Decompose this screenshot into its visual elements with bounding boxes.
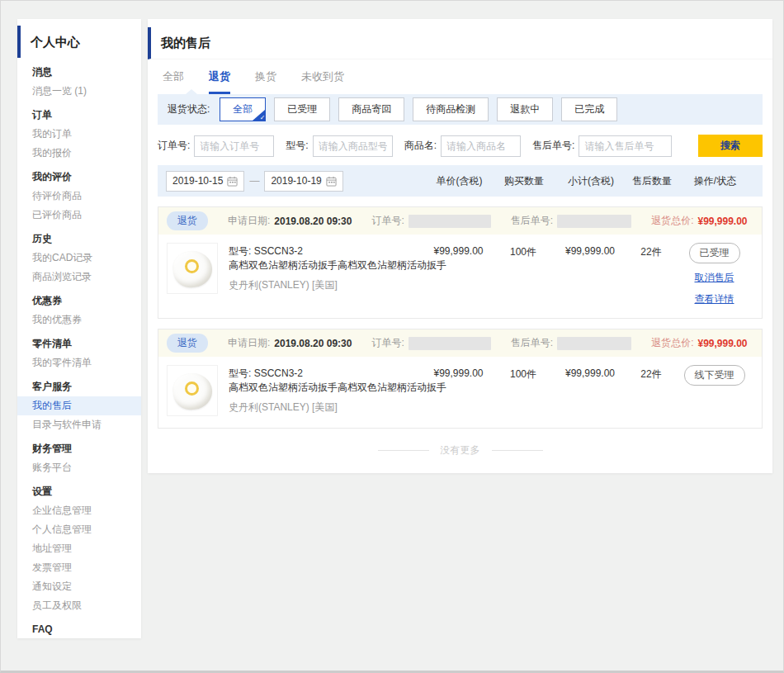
tab-not-received[interactable]: 未收到货: [301, 69, 344, 94]
order-no: 订单号:: [371, 214, 490, 228]
sidebar-item-cad-history[interactable]: 我的CAD记录: [17, 249, 141, 268]
sidebar-item-personal-info[interactable]: 个人信息管理: [17, 520, 141, 539]
product-info: 型号: SSCCN3-2 高档双色沾塑柄活动扳手高档双色沾塑柄活动扳手 史丹利(…: [167, 365, 423, 416]
return-total-value: ¥99,999.00: [697, 338, 747, 349]
calendar-icon: [227, 176, 238, 187]
model-label: 型号:: [229, 245, 251, 257]
purchase-qty: 100件: [494, 243, 553, 306]
model-field: 型号:: [286, 135, 392, 157]
sidebar-item-finance-platform[interactable]: 账务平台: [17, 458, 141, 477]
product-name-input[interactable]: [441, 135, 521, 157]
aftersales-no: 售后单号:: [511, 336, 631, 350]
column-unit-price: 单价(含税): [424, 174, 494, 188]
aftersales-no: 售后单号:: [511, 214, 631, 228]
column-purchase-qty: 购买数量: [494, 174, 554, 188]
aftersales-no-label: 售后单号:: [511, 336, 553, 350]
order-no-input[interactable]: [194, 135, 274, 157]
sidebar-item-invoice-management[interactable]: 发票管理: [17, 558, 141, 577]
date-to-input[interactable]: 2019-10-19: [264, 171, 342, 192]
product-brand: 史丹利(STANLEY) [美国]: [229, 400, 423, 415]
section-parts-list: 零件清单: [17, 334, 141, 353]
product-model: 型号: SSCCN3-2: [229, 244, 423, 258]
aftersales-no-label: 售后单号:: [532, 139, 574, 153]
sidebar-item-my-parts-list[interactable]: 我的零件清单: [17, 353, 141, 372]
section-finance: 财务管理: [17, 439, 141, 458]
apply-date-value: 2019.08.20 09:30: [274, 338, 352, 349]
tab-return[interactable]: 退货: [209, 69, 230, 94]
divider-line: [378, 450, 429, 451]
product-name-label: 商品名:: [404, 139, 437, 153]
order-no-redacted: [409, 215, 491, 228]
filter-option-pending-inspection[interactable]: 待商品检测: [413, 97, 489, 121]
sidebar-item-my-coupons[interactable]: 我的优惠券: [17, 310, 141, 329]
order-card-body: 型号: SSCCN3-2 高档双色沾塑柄活动扳手高档双色沾塑柄活动扳手 史丹利(…: [158, 235, 762, 318]
section-messages: 消息: [17, 63, 141, 82]
product-info: 型号: SSCCN3-2 高档双色沾塑柄活动扳手高档双色沾塑柄活动扳手 史丹利(…: [167, 243, 423, 306]
model-label: 型号:: [286, 139, 308, 153]
order-no-label: 订单号:: [371, 336, 404, 350]
page-title: 我的售后: [148, 27, 772, 59]
checkmark-icon: ✓: [260, 114, 266, 121]
filter-option-goods-returned[interactable]: 商品寄回: [338, 97, 404, 121]
sidebar-item-address-management[interactable]: 地址管理: [17, 539, 141, 558]
filter-option-accepted[interactable]: 已受理: [274, 97, 330, 121]
sidebar-item-notification-settings[interactable]: 通知设定: [17, 577, 141, 596]
return-badge: 退货: [167, 334, 208, 353]
sidebar-item-pending-review[interactable]: 待评价商品: [17, 187, 141, 206]
product-text: 型号: SSCCN3-2 高档双色沾塑柄活动扳手高档双色沾塑柄活动扳手 史丹利(…: [229, 243, 423, 306]
aftersales-no-field: 售后单号:: [532, 135, 672, 157]
date-from-input[interactable]: 2019-10-15: [166, 171, 244, 192]
unit-price: ¥99,999.00: [423, 243, 494, 306]
return-status-filter-bar: 退货状态: 全部 ✓ 已受理 商品寄回 待商品检测 退款中 已完成: [158, 94, 763, 125]
tab-exchange[interactable]: 换货: [255, 69, 276, 94]
date-range-dash: —: [249, 175, 259, 187]
date-range-filter: 2019-10-15 — 2019-10-19: [166, 171, 424, 192]
subtotal: ¥99,999.00: [553, 243, 627, 306]
column-action-status: 操作/状态: [676, 174, 754, 188]
search-filter-row: 订单号: 型号: 商品名: 售后单号: 搜索: [158, 135, 763, 157]
filter-option-all-label: 全部: [233, 103, 253, 115]
sidebar-item-messages-list[interactable]: 消息一览 (1): [17, 82, 141, 101]
filter-option-completed[interactable]: 已完成: [561, 97, 617, 121]
action-column: 线下受理: [675, 365, 753, 416]
product-model: 型号: SSCCN3-2: [229, 367, 423, 381]
return-badge: 退货: [167, 211, 208, 230]
divider-line: [492, 450, 543, 451]
cancel-aftersales-link[interactable]: 取消售后: [695, 271, 734, 285]
sidebar-item-my-orders[interactable]: 我的订单: [17, 125, 141, 144]
sidebar-item-my-quotes[interactable]: 我的报价: [17, 144, 141, 163]
sidebar-item-catalog-software-request[interactable]: 目录与软件申请: [17, 415, 141, 434]
product-name[interactable]: 高档双色沾塑柄活动扳手高档双色沾塑柄活动扳手: [229, 258, 423, 273]
search-button[interactable]: 搜索: [698, 135, 763, 157]
filter-option-refunding[interactable]: 退款中: [497, 97, 553, 121]
order-card-header: 退货 申请日期: 2019.08.20 09:30 订单号: 售后单号: 退货总…: [158, 207, 762, 235]
product-name[interactable]: 高档双色沾塑柄活动扳手高档双色沾塑柄活动扳手: [229, 381, 423, 395]
column-aftersales-qty: 售后数量: [628, 174, 676, 188]
aftersales-no-input[interactable]: [579, 135, 672, 157]
section-orders: 订单: [17, 106, 141, 125]
calendar-icon: [326, 176, 337, 187]
section-customer-service: 客户服务: [17, 377, 141, 396]
sidebar-item-reviewed[interactable]: 已评价商品: [17, 206, 141, 225]
product-thumbnail[interactable]: [167, 243, 218, 294]
purchase-qty: 100件: [494, 365, 553, 416]
section-history: 历史: [17, 230, 141, 249]
sidebar-item-browsing-history[interactable]: 商品浏览记录: [17, 268, 141, 287]
subtotal: ¥99,999.00: [553, 365, 627, 416]
product-text: 型号: SSCCN3-2 高档双色沾塑柄活动扳手高档双色沾塑柄活动扳手 史丹利(…: [229, 365, 423, 416]
sidebar-item-company-info[interactable]: 企业信息管理: [17, 501, 141, 520]
section-settings: 设置: [17, 482, 141, 501]
product-thumbnail[interactable]: [167, 365, 218, 416]
return-status-label: 退货状态:: [168, 102, 210, 116]
filter-option-all[interactable]: 全部 ✓: [220, 97, 266, 121]
model-input[interactable]: [313, 135, 393, 157]
tab-all[interactable]: 全部: [163, 69, 184, 94]
apply-date-value: 2019.08.20 09:30: [274, 216, 352, 227]
sidebar-title: 个人中心: [17, 26, 141, 58]
section-faq: FAQ: [17, 620, 141, 638]
sidebar-item-my-aftersales[interactable]: 我的售后: [17, 396, 141, 415]
view-details-link[interactable]: 查看详情: [695, 292, 734, 306]
return-total: 退货总价: ¥99,999.00: [651, 214, 747, 228]
order-no-field: 订单号:: [158, 135, 274, 157]
sidebar-item-staff-permissions[interactable]: 员工及权限: [17, 596, 141, 615]
